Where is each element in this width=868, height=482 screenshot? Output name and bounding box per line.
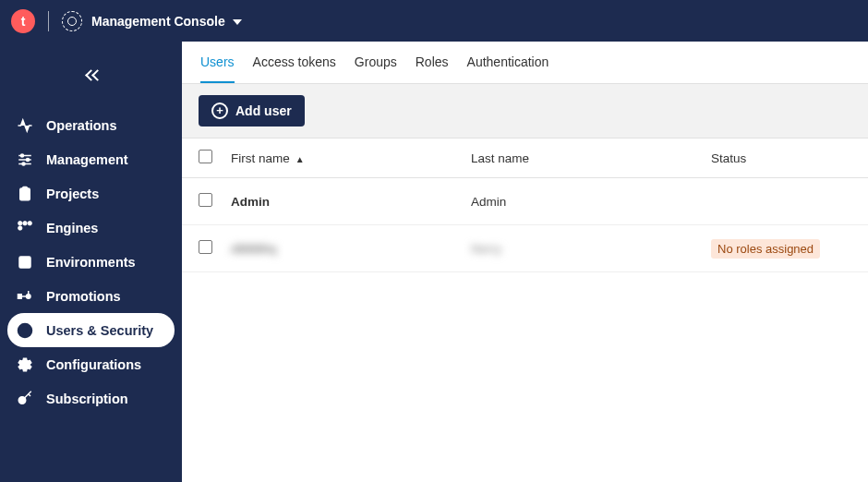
clipboard-icon (17, 186, 33, 202)
svg-point-20 (23, 326, 28, 331)
row-checkbox[interactable] (199, 193, 212, 207)
select-all-checkbox[interactable] (199, 150, 212, 163)
compass-icon (62, 11, 82, 31)
sort-ascending-icon: ▲ (295, 154, 305, 164)
collapse-sidebar-icon[interactable] (83, 66, 100, 83)
sidebar-item-label: Configurations (46, 357, 141, 372)
sidebar-item-operations[interactable]: Operations (7, 108, 175, 142)
users-table: First name▲ Last name Status Admin Admin (182, 139, 868, 272)
sidebar-item-engines[interactable]: Engines (7, 211, 175, 245)
status-badge: No roles assigned (711, 239, 820, 259)
tab-access-tokens[interactable]: Access tokens (253, 54, 336, 83)
sidebar-item-configurations[interactable]: Configurations (7, 347, 175, 381)
flow-icon (17, 288, 33, 305)
key-icon (17, 391, 33, 407)
svg-line-23 (24, 391, 31, 398)
cell-last-name: Admin (471, 195, 506, 209)
sidebar-item-subscription[interactable]: Subscription (7, 381, 175, 416)
product-logo[interactable]: t (11, 9, 35, 33)
sidebar-item-label: Projects (46, 187, 99, 201)
sidebar-item-label: Management (46, 152, 128, 167)
sidebar-item-label: Subscription (46, 392, 128, 406)
cell-first-name: Admin (231, 195, 270, 209)
svg-point-8 (18, 221, 23, 225)
svg-point-10 (28, 221, 32, 225)
svg-point-3 (21, 154, 24, 157)
tab-roles[interactable]: Roles (416, 54, 449, 83)
main-content: Users Access tokens Groups Roles Authent… (182, 42, 868, 482)
sidebar-item-label: Engines (46, 221, 98, 235)
sidebar-item-projects[interactable]: Projects (7, 176, 175, 211)
svg-point-11 (18, 225, 23, 230)
sidebar-item-label: Operations (46, 118, 117, 133)
row-checkbox[interactable] (199, 240, 212, 254)
toolbar: Add user (182, 84, 868, 139)
tab-groups[interactable]: Groups (355, 54, 397, 83)
column-first-name[interactable]: First name▲ (222, 139, 462, 178)
tab-bar: Users Access tokens Groups Roles Authent… (182, 42, 868, 84)
activity-icon (17, 117, 33, 134)
tab-users[interactable]: Users (200, 54, 235, 83)
sidebar-item-management[interactable]: Management (7, 142, 175, 176)
sidebar-item-label: Promotions (46, 289, 121, 304)
chevron-down-icon[interactable] (233, 19, 242, 25)
add-user-label: Add user (235, 103, 292, 118)
cell-last-name: Nerry (471, 242, 501, 256)
sidebar: Operations Management Projects (0, 42, 182, 482)
svg-point-4 (27, 158, 30, 161)
add-user-button[interactable]: Add user (199, 95, 305, 127)
sidebar-item-label: Environments (46, 255, 136, 270)
cell-first-name: dBBBlq (231, 242, 277, 256)
table-row[interactable]: dBBBlq Nerry No roles assigned (182, 225, 868, 272)
layers-icon (17, 254, 33, 271)
user-circle-icon (17, 322, 33, 339)
table-row[interactable]: Admin Admin (182, 178, 868, 225)
svg-point-17 (27, 294, 31, 298)
sliders-icon (17, 151, 33, 168)
grid-icon (17, 220, 33, 236)
svg-point-9 (23, 221, 28, 225)
svg-point-5 (22, 163, 25, 165)
plus-circle-icon (211, 102, 228, 119)
gear-icon (17, 356, 33, 373)
sidebar-item-users-security[interactable]: Users & Security (7, 313, 175, 347)
tab-authentication[interactable]: Authentication (467, 54, 549, 83)
svg-rect-7 (23, 187, 28, 189)
column-last-name[interactable]: Last name (462, 139, 702, 178)
svg-line-24 (29, 393, 30, 395)
column-status[interactable]: Status (702, 139, 868, 178)
svg-rect-15 (18, 294, 22, 298)
divider (48, 11, 49, 31)
topbar: t Management Console (0, 0, 868, 42)
sidebar-item-label: Users & Security (46, 323, 153, 338)
console-title[interactable]: Management Console (91, 14, 225, 29)
svg-rect-12 (19, 257, 30, 268)
sidebar-item-promotions[interactable]: Promotions (7, 279, 175, 313)
sidebar-item-environments[interactable]: Environments (7, 245, 175, 279)
